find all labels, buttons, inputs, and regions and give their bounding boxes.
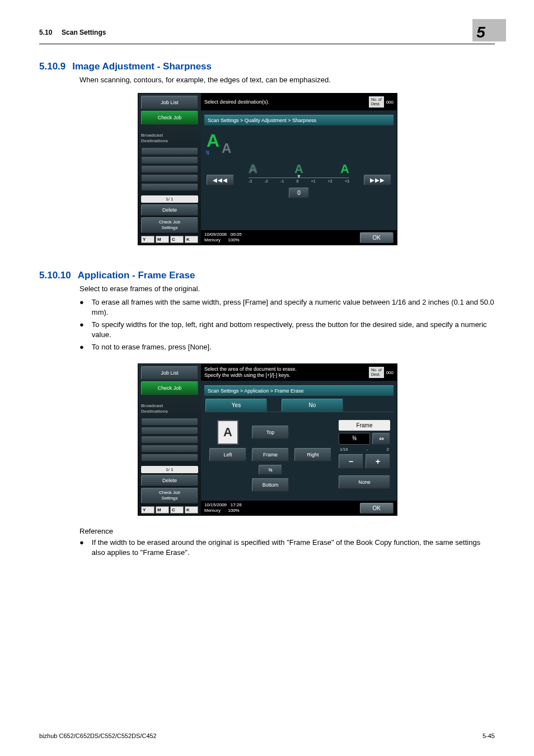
job-list-button[interactable]: Job List — [141, 96, 198, 109]
section-title: Image Adjustment - Sharpness — [72, 61, 212, 72]
check-job-button[interactable]: Check Job — [141, 381, 198, 395]
footer-page-number: 5-45 — [483, 732, 495, 739]
toner-y: Y — [141, 236, 154, 243]
toner-indicators: Y M C K — [141, 506, 198, 514]
bullet-dot-icon: ● — [79, 320, 84, 330]
minus-button[interactable]: − — [339, 454, 363, 469]
scale-tick: +3 — [345, 179, 349, 183]
scale-tick: -1 — [280, 179, 284, 183]
none-button[interactable]: None — [339, 475, 390, 489]
broadcast-label: Broadcast Destinations — [141, 403, 198, 414]
toner-c: C — [170, 236, 184, 243]
check-job-settings-button[interactable]: Check Job Settings — [141, 488, 198, 503]
document-icon: A — [217, 420, 238, 445]
no-tab[interactable]: No — [282, 399, 343, 412]
unit-swap-button[interactable]: ⇔ — [372, 433, 390, 445]
dest-count-label: No. of Dest. — [369, 367, 384, 378]
destination-slots — [141, 147, 198, 191]
section-num: 5.10.9 — [39, 61, 65, 72]
section-num: 5.10.10 — [39, 270, 71, 281]
page-footer: bizhub C652/C652DS/C552/C552DS/C452 5-45 — [39, 721, 495, 739]
destination-slot[interactable] — [141, 165, 198, 173]
list-page-indicator: 1/ 1 — [141, 466, 198, 473]
scale-tick: +2 — [328, 179, 332, 183]
decrease-button[interactable]: ◀◀◀ — [207, 175, 234, 185]
broadcast-label: Broadcast Destinations — [141, 133, 198, 144]
bullet-dot-icon: ● — [79, 538, 84, 548]
right-button[interactable]: Right — [294, 448, 331, 461]
destination-slot[interactable] — [141, 445, 198, 452]
frame-button[interactable]: Frame — [252, 448, 289, 461]
delete-button[interactable]: Delete — [141, 475, 198, 486]
breadcrumb: Scan Settings > Application > Frame Eras… — [204, 385, 394, 396]
check-job-button[interactable]: Check Job — [141, 111, 198, 124]
scale-pointer-icon: ▼ — [297, 174, 302, 179]
destination-slot[interactable] — [141, 436, 198, 444]
scale-tick: 0 — [296, 179, 298, 183]
width-value: ⅜ — [339, 433, 370, 445]
destination-slot[interactable] — [141, 183, 198, 191]
chapter-number-box: 5 — [467, 22, 495, 43]
footer-model: bizhub C652/C652DS/C552/C552DS/C452 — [39, 732, 157, 739]
destination-slot[interactable] — [141, 418, 198, 426]
scale-tick: -3 — [249, 179, 252, 183]
toner-k: K — [185, 506, 198, 514]
section1-intro: When scanning, contours, for example, th… — [79, 76, 495, 84]
swap-icon: ↯ — [205, 145, 210, 161]
dest-count-indicator: No. of Dest. 000 — [369, 96, 394, 108]
toner-m: M — [156, 236, 169, 243]
scale-tick: +1 — [311, 179, 316, 183]
left-panel: Job List Check Job Broadcast Destination… — [138, 364, 201, 515]
header-section-title: Scan Settings — [62, 29, 106, 36]
width-range: 1⁄16 - 2 — [339, 447, 390, 452]
job-list-button[interactable]: Job List — [141, 366, 198, 380]
reference-bullet-list: ● If the width to be erased around the o… — [79, 538, 495, 560]
destination-slot[interactable] — [141, 147, 198, 155]
destination-slot[interactable] — [141, 454, 198, 461]
check-job-settings-button[interactable]: Check Job Settings — [141, 217, 198, 233]
breadcrumb: Scan Settings > Quality Adjustment > Sha… — [204, 115, 394, 126]
section2-intro: Select to erase frames of the original. — [79, 284, 495, 293]
toner-indicators: Y M C K — [141, 236, 198, 243]
instruction-message: Select the area of the document to erase… — [204, 366, 297, 379]
yes-tab[interactable]: Yes — [205, 399, 267, 412]
chapter-number: 5 — [467, 22, 495, 43]
sharpness-scale: A A A ▼ -3 -2 -1 0 +1 +2 — [249, 162, 349, 198]
status-stamp: 10/09/2008 00:05 Memory 100% — [204, 232, 242, 243]
destination-slot[interactable] — [141, 174, 198, 182]
page-header: 5.10 Scan Settings 5 — [39, 22, 495, 44]
frame-erase-screenshot: Job List Check Job Broadcast Destination… — [138, 363, 396, 516]
frame-value: ⅜ — [259, 465, 282, 475]
dest-count-label: No. of Dest. — [369, 96, 384, 108]
toner-y: Y — [141, 506, 154, 514]
destination-slot[interactable] — [141, 427, 198, 435]
plus-button[interactable]: + — [366, 454, 390, 469]
delete-button[interactable]: Delete — [141, 204, 198, 216]
bullet-text: To specify widths for the top, left, rig… — [92, 320, 495, 340]
toner-k: K — [185, 236, 198, 243]
reference-bullet-text: If the width to be erased around the ori… — [92, 538, 495, 558]
section2-bullet-list: ● To erase all frames with the same widt… — [79, 297, 495, 354]
toner-c: C — [170, 506, 184, 514]
bullet-text: To erase all frames with the same width,… — [92, 297, 495, 318]
top-button[interactable]: Top — [252, 426, 289, 439]
destination-slot[interactable] — [141, 156, 198, 164]
left-button[interactable]: Left — [209, 448, 246, 461]
increase-button[interactable]: ▶▶▶ — [364, 175, 391, 185]
dest-count-value: 000 — [386, 100, 394, 105]
bottom-button[interactable]: Bottom — [252, 478, 289, 492]
dest-count-value: 000 — [386, 370, 394, 375]
ok-button[interactable]: OK — [360, 232, 394, 243]
dest-count-indicator: No. of Dest. 000 — [369, 367, 394, 378]
toner-m: M — [156, 506, 169, 514]
sharpness-preview: A↯ A — [207, 133, 394, 156]
side-label: Frame — [339, 420, 390, 431]
ok-button[interactable]: OK — [360, 503, 394, 514]
left-panel: Job List Check Job Broadcast Destination… — [138, 94, 201, 245]
sharpness-value: 0 — [289, 188, 309, 198]
reference-label: Reference — [79, 527, 495, 535]
section-heading-frame-erase: 5.10.10 Application - Frame Erase — [39, 270, 495, 281]
list-page-indicator: 1/ 1 — [141, 195, 198, 203]
section-heading-sharpness: 5.10.9 Image Adjustment - Sharpness — [39, 61, 495, 72]
header-section-num: 5.10 — [39, 29, 52, 36]
